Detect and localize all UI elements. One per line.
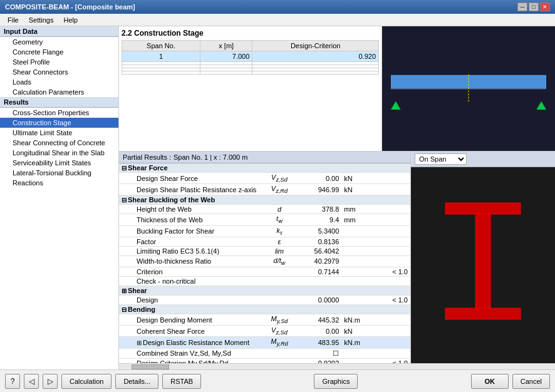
row-symbol: lim (259, 246, 299, 255)
row-label: Design Shear Force (119, 173, 259, 184)
list-item: Coherent Shear Force Vz,Sd 0.00 kN (119, 326, 410, 337)
minimize-button[interactable]: ─ (517, 3, 527, 11)
list-item: Design Shear Plastic Resistance z-axis V… (119, 184, 410, 195)
row-unit (341, 255, 375, 267)
close-button[interactable]: ✕ (540, 3, 550, 11)
sidebar-item-construction-stage[interactable]: Construction Stage (0, 118, 118, 128)
row-label: Buckling Factor for Shear (119, 225, 259, 237)
list-item: Width-to-thickness Ratio d/tw 40.2979 (119, 255, 410, 267)
row-label: Design (119, 295, 259, 304)
sidebar-item-shear-connecting[interactable]: Shear Connecting of Concrete (0, 138, 118, 148)
svg-rect-8 (445, 203, 521, 214)
sidebar-item-concrete-flange[interactable]: Concrete Flange (0, 47, 118, 57)
section-shear-buckling[interactable]: ⊟Shear Buckling of the Web (119, 195, 410, 205)
sidebar-item-reactions[interactable]: Reactions (0, 178, 118, 188)
row-unit: kN.m (341, 337, 375, 348)
sidebar-item-loads[interactable]: Loads (0, 77, 118, 87)
main-layout: Input Data Geometry Concrete Flange Stee… (0, 26, 555, 369)
row-criterion (375, 255, 410, 267)
row-unit: kN (341, 184, 375, 195)
bottom-section: Partial Results : Span No. 1 | x : 7.000… (119, 152, 555, 363)
window-title: COMPOSITE-BEAM - [Composite beam] (5, 3, 135, 11)
row-value: 9.4 (300, 214, 342, 225)
section-bending[interactable]: ⊟Bending (119, 304, 410, 314)
table-row[interactable]: 1 7.000 0.920 (122, 51, 379, 62)
graphics-button[interactable]: Graphics (314, 374, 358, 389)
row-value: 0.7144 (300, 267, 342, 276)
row-value: 56.4042 (300, 246, 342, 255)
section-shear-force[interactable]: ⊟Shear Force (119, 163, 410, 173)
rstab-button[interactable]: RSTAB (162, 374, 201, 389)
list-item: Thickness of the Web tw 9.4 mm (119, 214, 410, 225)
list-item: Check - non-critical (119, 276, 410, 286)
row-symbol (259, 267, 299, 276)
svg-rect-10 (445, 308, 521, 319)
row-symbol (259, 358, 299, 363)
results-table-container[interactable]: ⊟Shear Force Design Shear Force Vz,Sd 0.… (119, 163, 410, 363)
expand-shear-buckling-icon[interactable]: ⊟ (122, 197, 127, 204)
row-criterion (375, 214, 410, 225)
row-value: 0.0000 (300, 295, 342, 304)
cell-span: 1 (122, 51, 200, 62)
construction-stage-table: Span No. x [m] Design-Criterion 1 7.000 … (122, 40, 379, 75)
row-criterion (375, 314, 410, 325)
sidebar-item-shear-connectors[interactable]: Shear Connectors (0, 67, 118, 77)
sidebar-item-cross-section[interactable]: Cross-Section Properties (0, 108, 118, 118)
row-unit: kN (341, 326, 375, 337)
construction-stage-title: 2.2 Construction Stage (122, 29, 379, 38)
sidebar-item-long-shear[interactable]: Longitudinal Shear in the Slab (0, 148, 118, 158)
partial-results-label: Partial Results : (123, 153, 171, 161)
row-symbol (259, 295, 299, 304)
row-value: 0.8136 (300, 237, 342, 246)
expand-elastic-moment-icon[interactable]: ⊞ (137, 339, 142, 346)
sidebar-results-header: Results (0, 97, 118, 108)
expand-bending-icon[interactable]: ⊟ (122, 306, 127, 313)
section-shear[interactable]: ⊞Shear (119, 286, 410, 295)
sidebar-item-steel-profile[interactable]: Steel Profile (0, 57, 118, 67)
top-section: 2.2 Construction Stage Span No. x [m] De… (119, 26, 555, 152)
ok-button[interactable]: OK (471, 374, 509, 389)
row-unit (341, 267, 375, 276)
bottom-bar: ? ◁ ▷ Calculation Details... RSTAB Graph… (0, 369, 555, 392)
sidebar-item-ultimate-limit[interactable]: Ultimate Limit State (0, 128, 118, 138)
sidebar-item-serviceability[interactable]: Serviceability Limit States (0, 158, 118, 168)
beam-preview (382, 26, 555, 151)
row-value: ☐ (300, 348, 342, 358)
menu-file[interactable]: File (3, 16, 24, 24)
menu-help[interactable]: Help (58, 16, 83, 24)
row-label: Check - non-critical (119, 276, 259, 286)
calculation-button[interactable]: Calculation (61, 374, 112, 389)
row-label: Limiting Ratio EC3 5.6.1(4) (119, 246, 259, 255)
row-symbol: Vz,Rd (259, 184, 299, 195)
back-icon-button[interactable]: ◁ (24, 374, 39, 389)
sidebar-item-geometry[interactable]: Geometry (0, 37, 118, 47)
cancel-button[interactable]: Cancel (512, 374, 550, 389)
row-value: 378.8 (300, 205, 342, 214)
results-panel: Partial Results : Span No. 1 | x : 7.000… (119, 152, 411, 363)
list-item: Factor ε 0.8136 (119, 237, 410, 246)
row-symbol: Vz,Sd (259, 173, 299, 184)
row-unit: kN.m (341, 314, 375, 325)
details-button[interactable]: Details... (115, 374, 158, 389)
help-icon-button[interactable]: ? (5, 374, 20, 389)
sidebar-item-lateral-torsional[interactable]: Lateral-Torsional Buckling (0, 168, 118, 178)
col-header-x: x [m] (200, 41, 252, 51)
maximize-button[interactable]: □ (529, 3, 539, 11)
expand-shear-force-icon[interactable]: ⊟ (122, 165, 127, 172)
forward-icon-button[interactable]: ▷ (43, 374, 58, 389)
partial-results-header: Partial Results : Span No. 1 | x : 7.000… (119, 152, 410, 163)
span-dropdown[interactable]: On Span On Support (415, 153, 467, 165)
row-unit: mm (341, 205, 375, 214)
row-value: 445.32 (300, 314, 342, 325)
row-criterion (375, 205, 410, 214)
row-unit (341, 348, 375, 358)
table-row[interactable] (122, 71, 379, 75)
row-symbol: Vz,Sd (259, 326, 299, 337)
menu-bar: File Settings Help (0, 14, 555, 26)
sidebar-item-calc-params[interactable]: Calculation Parameters (0, 87, 118, 97)
expand-shear-icon[interactable]: ⊞ (122, 287, 127, 294)
menu-settings[interactable]: Settings (24, 16, 59, 24)
horizontal-scrollbar[interactable] (119, 363, 555, 369)
list-item: Design 0.0000 < 1.0 (119, 295, 410, 304)
row-criterion (375, 237, 410, 246)
